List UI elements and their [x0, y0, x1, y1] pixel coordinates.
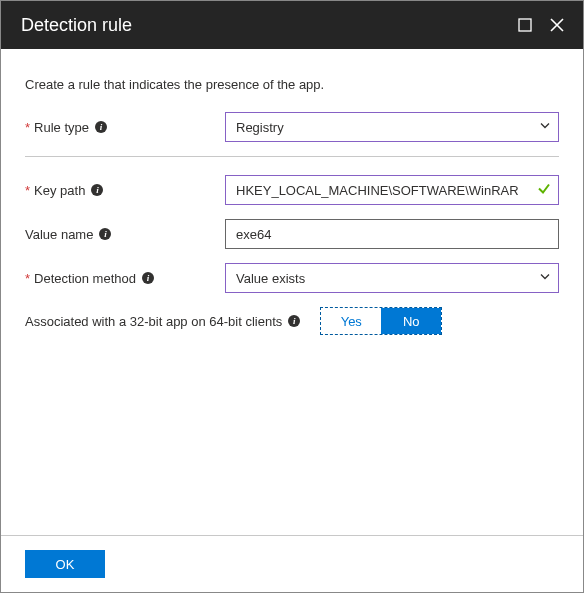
- detection-method-select[interactable]: [225, 263, 559, 293]
- info-icon[interactable]: i: [99, 228, 111, 240]
- label-text: Associated with a 32-bit app on 64-bit c…: [25, 314, 282, 329]
- label-value-name: Value name i: [25, 227, 225, 242]
- label-key-path: * Key path i: [25, 183, 225, 198]
- required-mark: *: [25, 183, 30, 198]
- info-icon[interactable]: i: [95, 121, 107, 133]
- label-assoc-32bit: Associated with a 32-bit app on 64-bit c…: [25, 314, 300, 329]
- label-text: Rule type: [34, 120, 89, 135]
- row-detection-method: * Detection method i: [25, 263, 559, 293]
- toggle-yes[interactable]: Yes: [321, 308, 381, 334]
- label-text: Value name: [25, 227, 93, 242]
- dialog-content: Create a rule that indicates the presenc…: [1, 49, 583, 535]
- key-path-field[interactable]: [225, 175, 559, 205]
- separator: [25, 156, 559, 157]
- value-name-field[interactable]: [225, 219, 559, 249]
- rule-type-field[interactable]: [225, 112, 559, 142]
- maximize-icon[interactable]: [515, 15, 535, 35]
- row-assoc-32bit: Associated with a 32-bit app on 64-bit c…: [25, 307, 559, 335]
- label-text: Key path: [34, 183, 85, 198]
- ok-button[interactable]: OK: [25, 550, 105, 578]
- row-key-path: * Key path i: [25, 175, 559, 205]
- label-detection-method: * Detection method i: [25, 271, 225, 286]
- row-rule-type: * Rule type i: [25, 112, 559, 142]
- assoc-32bit-toggle[interactable]: Yes No: [320, 307, 442, 335]
- svg-rect-0: [519, 19, 531, 31]
- toggle-no[interactable]: No: [381, 308, 441, 334]
- detection-method-field[interactable]: [225, 263, 559, 293]
- detection-rule-dialog: Detection rule Create a rule that indica…: [0, 0, 584, 593]
- required-mark: *: [25, 271, 30, 286]
- titlebar: Detection rule: [1, 1, 583, 49]
- info-icon[interactable]: i: [91, 184, 103, 196]
- checkmark-icon: [537, 182, 551, 199]
- key-path-input[interactable]: [225, 175, 559, 205]
- row-value-name: Value name i: [25, 219, 559, 249]
- dialog-title: Detection rule: [21, 15, 503, 36]
- label-rule-type: * Rule type i: [25, 120, 225, 135]
- value-name-input[interactable]: [225, 219, 559, 249]
- label-text: Detection method: [34, 271, 136, 286]
- dialog-footer: OK: [1, 535, 583, 592]
- required-mark: *: [25, 120, 30, 135]
- info-icon[interactable]: i: [142, 272, 154, 284]
- info-icon[interactable]: i: [288, 315, 300, 327]
- close-icon[interactable]: [547, 15, 567, 35]
- rule-type-select[interactable]: [225, 112, 559, 142]
- dialog-description: Create a rule that indicates the presenc…: [25, 77, 559, 92]
